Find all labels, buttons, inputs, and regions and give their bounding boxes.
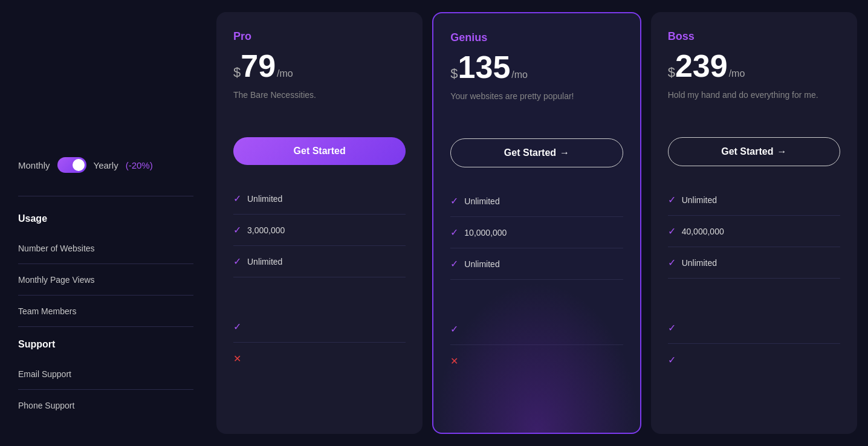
cross-icon: ✕ [450,355,458,367]
price-amount-boss: 239 [675,50,728,82]
check-icon: ✓ [450,258,458,270]
pricing-page: Monthly Yearly (-20%) Usage Number of We… [0,0,868,446]
plan-features-genius: ✓ Unlimited ✓ 10,000,000 ✓ Unlimited [450,186,623,415]
check-icon: ✓ [668,354,676,366]
section-spacer [450,280,623,314]
cross-icon: ✕ [233,353,241,364]
plan-desc-pro: The Bare Necessities. [233,90,406,120]
feature-sidebar: Monthly Yearly (-20%) Usage Number of We… [0,12,206,434]
usage-section-header: Usage [18,213,193,224]
feature-value: Unlimited [682,258,717,268]
plan-card-genius: Genius $ 135 /mo Your websites are prett… [432,12,641,434]
check-icon: ✓ [450,227,458,238]
check-icon: ✓ [450,323,458,335]
feature-value: 40,000,000 [682,227,724,236]
plan-desc-boss: Hold my hand and do everything for me. [668,90,840,120]
plan-price-genius: $ 135 /mo [450,51,623,83]
price-period-boss: /mo [729,68,745,79]
feature-websites: Number of Websites [18,233,193,264]
plan-price-pro: $ 79 /mo [233,50,406,82]
plan-name-pro: Pro [233,30,406,43]
plan-support-row-pro-1: ✕ [233,343,406,374]
feature-value: 10,000,000 [464,228,507,238]
check-icon: ✓ [233,256,241,267]
feature-value: Unlimited [247,257,282,267]
plan-card-pro: Pro $ 79 /mo The Bare Necessities. Get S… [216,12,423,434]
price-amount-genius: 135 [458,51,511,83]
plan-features-pro: ✓ Unlimited ✓ 3,000,000 ✓ Unlimited [233,183,406,416]
check-icon: ✓ [668,322,676,334]
feature-email-support: Email Support [18,358,193,390]
check-icon: ✓ [233,321,241,332]
price-dollar-pro: $ [233,65,241,80]
check-icon: ✓ [668,194,676,205]
plan-desc-genius: Your websites are pretty popular! [450,91,623,121]
plan-features-boss: ✓ Unlimited ✓ 40,000,000 ✓ Unlimited [668,184,840,416]
divider [18,196,193,196]
plan-usage-row-boss-2: ✓ Unlimited [668,247,840,279]
get-started-button-genius[interactable]: Get Started→ [450,138,623,167]
feature-value: Unlimited [682,195,717,205]
plan-usage-row-pro-1: ✓ 3,000,000 [233,215,406,246]
check-icon: ✓ [233,224,241,236]
plan-name-genius: Genius [450,31,623,44]
plan-support-row-genius-0: ✓ [450,314,623,345]
feature-value: 3,000,000 [247,225,285,235]
plan-support-row-boss-1: ✓ [668,344,840,375]
feature-value: Unlimited [247,194,282,204]
get-started-button-boss[interactable]: Get Started→ [668,137,840,166]
plan-support-row-genius-1: ✕ [450,345,623,377]
plan-price-boss: $ 239 /mo [668,50,840,82]
price-period-genius: /mo [511,69,528,80]
yearly-label: Yearly [94,160,118,170]
plans-container: Pro $ 79 /mo The Bare Necessities. Get S… [206,12,868,434]
yearly-discount-label: (-20%) [126,160,153,170]
monthly-label: Monthly [18,160,50,170]
check-icon: ✓ [668,225,676,237]
plan-usage-row-genius-1: ✓ 10,000,000 [450,217,623,248]
feature-page-views: Monthly Page Views [18,264,193,296]
check-icon: ✓ [450,195,458,207]
plan-usage-row-pro-2: ✓ Unlimited [233,246,406,277]
check-icon: ✓ [233,193,241,204]
plan-usage-row-boss-0: ✓ Unlimited [668,184,840,216]
price-period-pro: /mo [277,68,293,79]
plan-name-boss: Boss [668,30,840,43]
feature-phone-support: Phone Support [18,390,193,421]
plan-usage-row-boss-1: ✓ 40,000,000 [668,216,840,247]
plan-usage-row-pro-0: ✓ Unlimited [233,183,406,215]
check-icon: ✓ [668,257,676,268]
feature-value: Unlimited [464,196,499,206]
feature-value: Unlimited [464,259,499,269]
billing-toggle-switch[interactable] [57,157,86,173]
plan-support-row-boss-0: ✓ [668,312,840,344]
billing-toggle-row: Monthly Yearly (-20%) [18,157,193,173]
get-started-button-pro[interactable]: Get Started [233,137,406,165]
feature-team-members: Team Members [18,296,193,327]
price-dollar-boss: $ [668,65,675,80]
plan-card-boss: Boss $ 239 /mo Hold my hand and do every… [651,12,857,434]
plan-usage-row-genius-0: ✓ Unlimited [450,186,623,217]
section-spacer [668,279,840,312]
toggle-knob [73,159,85,171]
plan-usage-row-genius-2: ✓ Unlimited [450,248,623,280]
support-section-header: Support [18,339,193,350]
plan-support-row-pro-0: ✓ [233,311,406,343]
price-dollar-genius: $ [450,66,458,82]
price-amount-pro: 79 [241,50,276,82]
section-spacer [233,277,406,311]
